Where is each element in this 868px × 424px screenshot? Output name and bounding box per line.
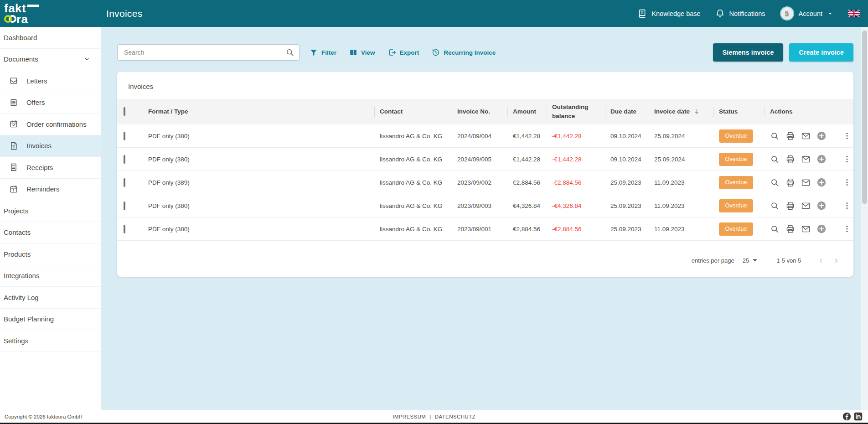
preview-button[interactable] — [770, 224, 780, 234]
sidebar-label: Receipts — [26, 164, 53, 171]
print-button[interactable] — [785, 178, 795, 187]
knowledge-base-button[interactable]: Knowledge base — [637, 9, 700, 18]
row-checkbox[interactable] — [124, 178, 125, 187]
envelope-icon — [801, 131, 811, 141]
sidebar-item-offers[interactable]: Offers — [0, 92, 101, 114]
row-checkbox[interactable] — [124, 155, 125, 164]
email-button[interactable] — [801, 224, 811, 234]
filter-button[interactable]: Filter — [310, 48, 336, 57]
add-button[interactable] — [816, 131, 827, 141]
scrollbar-thumb[interactable] — [862, 31, 867, 204]
view-columns-icon — [349, 48, 357, 57]
column-status[interactable]: Status — [713, 107, 765, 116]
column-amount[interactable]: Amount — [507, 107, 547, 116]
preview-button[interactable] — [770, 131, 780, 141]
uk-flag-icon[interactable] — [848, 10, 860, 17]
printer-icon — [785, 178, 795, 187]
row-checkbox[interactable] — [124, 202, 125, 210]
column-outstanding-balance[interactable]: Outstanding balance — [547, 103, 605, 120]
sidebar-item-receipts[interactable]: Receipts — [0, 157, 101, 179]
column-invoice-no[interactable]: Invoice No. — [452, 107, 507, 116]
add-button[interactable] — [816, 177, 827, 187]
print-button[interactable] — [785, 155, 795, 164]
table-row[interactable]: PDF only (380) lissandro AG & Co. KG 202… — [117, 194, 853, 217]
column-actions[interactable]: Actions — [765, 107, 853, 116]
siemens-invoice-button[interactable]: Siemens invoice — [713, 43, 784, 62]
row-actions — [765, 177, 853, 187]
print-button[interactable] — [785, 224, 795, 234]
column-invoice-date[interactable]: Invoice date — [649, 107, 713, 116]
email-button[interactable] — [801, 155, 811, 164]
plus-circle-icon — [816, 224, 827, 234]
add-button[interactable] — [816, 201, 827, 211]
table-row[interactable]: PDF only (389) lissandro AG & Co. KG 202… — [117, 171, 853, 194]
previous-page-button[interactable]: ‹ — [819, 256, 822, 265]
page-size-select[interactable]: 25 — [743, 257, 757, 264]
more-options-button[interactable] — [842, 178, 852, 187]
sidebar-item-documents[interactable]: Documents — [0, 49, 101, 71]
notifications-button[interactable]: Notifications — [715, 9, 765, 18]
faktoora-logo[interactable]: fakt ra — [0, 3, 101, 25]
search-icon[interactable] — [285, 48, 294, 57]
sidebar-item-reminders[interactable]: Reminders — [0, 179, 101, 201]
sidebar-item-contacts[interactable]: Contacts — [0, 222, 101, 244]
preview-button[interactable] — [770, 201, 780, 211]
sidebar-item-products[interactable]: Products — [0, 243, 101, 265]
sidebar-item-letters[interactable]: Letters — [0, 70, 101, 92]
search-box — [117, 44, 300, 61]
more-options-button[interactable] — [842, 201, 852, 210]
print-button[interactable] — [785, 201, 795, 211]
invoice-date-value: 11.09.2023 — [649, 202, 713, 209]
sidebar-item-activity-log[interactable]: Activity Log — [0, 287, 101, 309]
select-all-checkbox[interactable] — [124, 107, 125, 116]
preview-button[interactable] — [770, 155, 780, 164]
sidebar-item-invoices[interactable]: Invoices — [0, 135, 101, 157]
column-due-date[interactable]: Due date — [605, 107, 649, 116]
more-options-button[interactable] — [842, 131, 852, 140]
print-button[interactable] — [785, 131, 795, 141]
view-button[interactable]: View — [349, 48, 375, 57]
logo-text-bottom: ra — [16, 14, 28, 24]
add-button[interactable] — [816, 154, 827, 164]
kebab-menu-icon — [842, 155, 852, 164]
sidebar-item-settings[interactable]: Settings — [0, 330, 101, 352]
create-invoice-button[interactable]: Create invoice — [789, 43, 853, 62]
more-options-button[interactable] — [842, 155, 852, 164]
search-input[interactable] — [124, 49, 285, 56]
copyright-text: Copyright © 2026 faktoora GmbH — [0, 414, 83, 419]
vertical-scrollbar[interactable] — [861, 27, 868, 410]
sidebar-item-projects[interactable]: Projects — [0, 200, 101, 222]
sidebar-item-integrations[interactable]: Integrations — [0, 265, 101, 287]
column-format-type[interactable]: Format / Type — [143, 107, 374, 116]
sidebar-item-dashboard[interactable]: Dashboard — [0, 27, 101, 49]
email-button[interactable] — [801, 201, 811, 211]
table-row[interactable]: PDF only (380) lissandro AG & Co. KG 202… — [117, 124, 853, 148]
status-badge: Overdue — [719, 129, 753, 143]
outstanding-balance-value: -€1,442.28 — [547, 133, 605, 140]
row-checkbox[interactable] — [124, 225, 125, 233]
printer-icon — [785, 155, 795, 164]
row-checkbox[interactable] — [124, 132, 125, 140]
table-row[interactable]: PDF only (380) lissandro AG & Co. KG 202… — [117, 148, 853, 171]
table-row[interactable]: PDF only (380) lissandro AG & Co. KG 202… — [117, 217, 853, 241]
column-contact[interactable]: Contact — [374, 107, 452, 116]
email-button[interactable] — [801, 178, 811, 187]
sidebar-item-budget-planning[interactable]: Budget Planning — [0, 309, 101, 331]
facebook-icon[interactable] — [842, 412, 851, 421]
more-options-button[interactable] — [842, 224, 852, 233]
export-button[interactable]: Export — [388, 48, 419, 57]
sidebar-item-order-confirmations[interactable]: Order confirmations — [0, 114, 101, 135]
datenschutz-link[interactable]: DATENSCHUTZ — [435, 414, 475, 419]
impressum-link[interactable]: IMPRESSUM — [393, 414, 426, 419]
email-button[interactable] — [801, 131, 811, 141]
next-page-button[interactable]: › — [835, 256, 838, 265]
status-badge: Overdue — [719, 153, 753, 166]
sidebar-label: Invoices — [26, 142, 52, 150]
recurring-invoice-button[interactable]: Recurring Invoice — [432, 48, 496, 57]
account-menu[interactable]: Account — [780, 6, 833, 21]
preview-button[interactable] — [770, 178, 780, 187]
add-button[interactable] — [816, 224, 827, 234]
kebab-menu-icon — [842, 201, 852, 210]
linkedin-icon[interactable] — [854, 412, 863, 421]
envelope-icon — [801, 224, 811, 234]
